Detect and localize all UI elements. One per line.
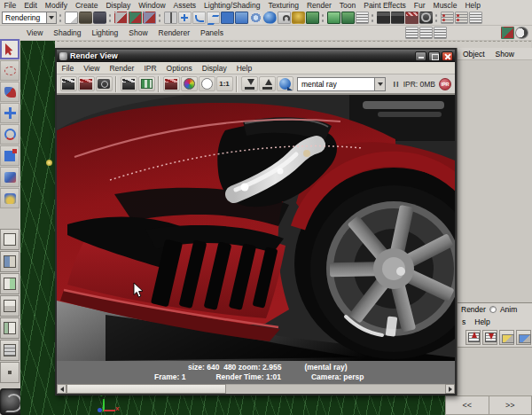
layer-tab-render[interactable]: Render bbox=[461, 305, 486, 314]
show-hide-elements-icon[interactable] bbox=[501, 27, 514, 39]
panel-menu-renderer[interactable]: Renderer bbox=[153, 28, 195, 37]
menu-set-dropdown[interactable]: Rendering bbox=[2, 12, 57, 24]
alpha-channel-icon[interactable] bbox=[199, 76, 215, 91]
snap-to-plane-icon[interactable] bbox=[221, 12, 234, 24]
ipr-update-region-icon[interactable] bbox=[163, 76, 180, 91]
panel-menu-shading[interactable]: Shading bbox=[48, 28, 86, 37]
layer-editor-toggle-icon[interactable] bbox=[419, 27, 433, 39]
menu-file[interactable]: File bbox=[0, 1, 20, 10]
menu-create[interactable]: Create bbox=[71, 1, 102, 10]
menu-texturing[interactable]: Texturing bbox=[264, 1, 303, 10]
layer-radio-anim[interactable] bbox=[489, 306, 497, 313]
output-connections-icon[interactable] bbox=[341, 12, 355, 24]
snap-to-curve-icon[interactable] bbox=[192, 12, 206, 24]
menu-paint-effects[interactable]: Paint Effects bbox=[360, 1, 411, 10]
layout-hypergraph-button[interactable] bbox=[0, 317, 20, 339]
menu-render[interactable]: Render bbox=[302, 1, 335, 10]
rv-menu-render[interactable]: Render bbox=[105, 64, 139, 73]
menu-help[interactable]: Help bbox=[461, 1, 484, 10]
render-current-frame-icon[interactable] bbox=[391, 12, 404, 24]
viewport-left-strip[interactable] bbox=[20, 41, 55, 415]
menu-window[interactable]: Window bbox=[135, 1, 169, 10]
layout-persp-editor-button[interactable] bbox=[0, 340, 20, 361]
paint-select-tool[interactable] bbox=[0, 82, 20, 102]
menu-set-dropdown-arrow[interactable] bbox=[46, 12, 56, 23]
layout-options-button[interactable] bbox=[0, 362, 20, 383]
menu-edit[interactable]: Edit bbox=[20, 1, 42, 10]
soft-modification-tool[interactable] bbox=[0, 188, 20, 208]
shelf-scroll-forward-button[interactable]: >> bbox=[489, 396, 532, 414]
pause-ipr-icon[interactable]: II bbox=[394, 80, 400, 89]
snap-to-sphere-icon[interactable] bbox=[263, 12, 277, 24]
one-to-one-zoom-icon[interactable]: 1:1 bbox=[216, 76, 233, 91]
scroll-track[interactable] bbox=[226, 384, 445, 394]
construction-history-icon[interactable] bbox=[356, 12, 369, 24]
menu-fur[interactable]: Fur bbox=[410, 1, 429, 10]
remove-image-icon[interactable] bbox=[259, 76, 276, 91]
snap-to-view-icon[interactable] bbox=[235, 12, 248, 24]
lasso-select-tool[interactable] bbox=[0, 60, 20, 81]
scroll-left-arrow[interactable] bbox=[57, 384, 66, 394]
rv-menu-view[interactable]: View bbox=[79, 64, 105, 73]
snap-to-grid-icon[interactable] bbox=[178, 12, 192, 24]
channel-display-icon[interactable] bbox=[455, 12, 468, 24]
menu-muscle[interactable]: Muscle bbox=[429, 1, 461, 10]
menu-assets[interactable]: Assets bbox=[169, 1, 200, 10]
render-canvas[interactable] bbox=[57, 95, 455, 361]
rv-menu-options[interactable]: Options bbox=[161, 64, 197, 73]
rv-menu-display[interactable]: Display bbox=[197, 64, 231, 73]
open-render-view-icon[interactable] bbox=[377, 12, 390, 24]
panel-menu-view[interactable]: View bbox=[21, 28, 48, 37]
make-live-icon[interactable] bbox=[249, 12, 262, 24]
select-tool[interactable] bbox=[0, 39, 20, 59]
shelf-scroll-back-button[interactable]: << bbox=[446, 396, 489, 414]
panel-menu-panels[interactable]: Panels bbox=[195, 28, 229, 37]
rgb-channels-icon[interactable] bbox=[181, 76, 198, 91]
select-component-icon[interactable] bbox=[143, 12, 156, 24]
rv-menu-ipr[interactable]: IPR bbox=[139, 64, 161, 73]
ipr-render-icon[interactable] bbox=[405, 12, 419, 24]
rv-menu-file[interactable]: File bbox=[57, 64, 79, 73]
panel-menu-show[interactable]: Show bbox=[123, 28, 153, 37]
renderer-dropdown[interactable]: mental ray bbox=[297, 77, 386, 91]
select-object-icon[interactable] bbox=[129, 12, 142, 24]
rv-menu-help[interactable]: Help bbox=[231, 64, 256, 73]
save-scene-icon[interactable] bbox=[93, 12, 106, 24]
create-layer-from-selected-icon[interactable] bbox=[516, 330, 531, 345]
scroll-thumb[interactable] bbox=[66, 384, 226, 394]
redo-previous-render-icon[interactable] bbox=[60, 76, 77, 91]
menu-toon[interactable]: Toon bbox=[335, 1, 359, 10]
layout-persp-outliner-button[interactable] bbox=[0, 273, 20, 294]
scale-tool[interactable] bbox=[0, 145, 20, 166]
input-connections-icon[interactable] bbox=[327, 12, 340, 24]
display-mode-icon[interactable] bbox=[515, 27, 528, 39]
move-layer-down-icon[interactable] bbox=[482, 330, 497, 345]
render-view-titlebar[interactable]: Render View bbox=[57, 50, 455, 62]
channel-box-menu-show[interactable]: Show bbox=[490, 50, 520, 59]
menu-display[interactable]: Display bbox=[102, 1, 135, 10]
redo-previous-ipr-icon[interactable] bbox=[78, 76, 95, 91]
snap-to-point-icon[interactable] bbox=[207, 12, 220, 24]
layout-persp-graph-button[interactable] bbox=[0, 295, 20, 317]
layer-tab-anim[interactable]: Anim bbox=[500, 305, 517, 314]
channel-box-toggle-icon[interactable] bbox=[405, 27, 419, 39]
scroll-right-arrow[interactable] bbox=[445, 384, 455, 394]
open-scene-icon[interactable] bbox=[79, 12, 92, 24]
render-region-icon[interactable] bbox=[121, 76, 137, 91]
attribute-editor-toggle-icon[interactable] bbox=[434, 27, 447, 39]
minimize-button[interactable] bbox=[415, 51, 426, 61]
channel-box-menu-object[interactable]: Object bbox=[458, 50, 490, 59]
renderer-dropdown-arrow[interactable] bbox=[374, 78, 385, 90]
create-empty-layer-icon[interactable] bbox=[499, 330, 514, 345]
snapshot-icon[interactable] bbox=[96, 76, 113, 91]
select-hierarchy-icon[interactable] bbox=[114, 12, 128, 24]
keep-image-icon[interactable] bbox=[241, 76, 258, 91]
lock-selection-icon[interactable] bbox=[292, 12, 305, 24]
new-scene-icon[interactable] bbox=[65, 12, 78, 24]
keep-selection-icon[interactable] bbox=[306, 12, 319, 24]
move-layer-up-icon[interactable] bbox=[466, 330, 481, 345]
rotate-tool[interactable] bbox=[0, 124, 20, 145]
universal-manipulator-tool[interactable] bbox=[0, 167, 20, 187]
layer-menu-options-partial[interactable]: s bbox=[458, 317, 470, 326]
menu-modify[interactable]: Modify bbox=[41, 1, 71, 10]
